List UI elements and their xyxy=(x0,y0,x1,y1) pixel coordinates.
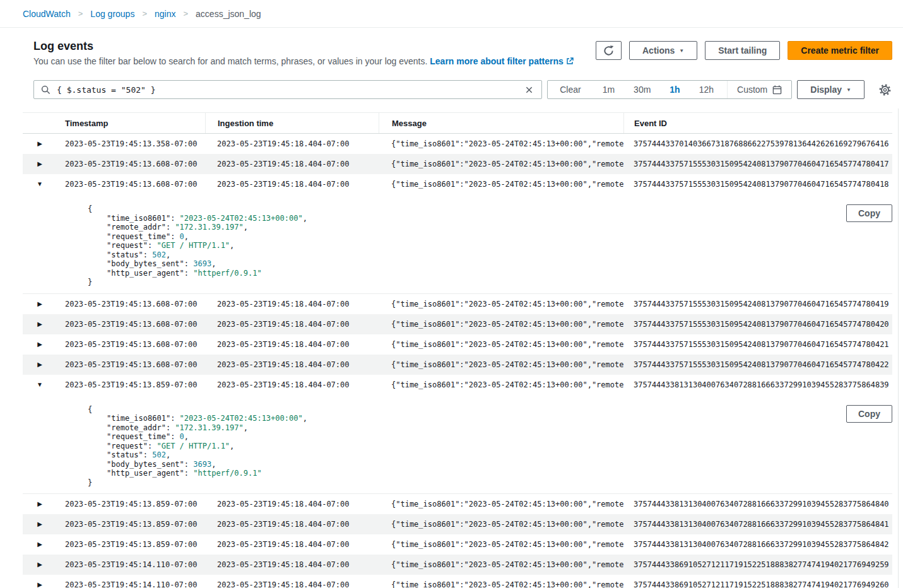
display-button[interactable]: Display ▼ xyxy=(797,80,865,99)
external-link-icon xyxy=(566,57,574,67)
expand-toggle[interactable]: ▶ xyxy=(33,320,46,329)
cell-event-id: 3757444338131304007634072881666337299103… xyxy=(623,540,892,549)
cell-message: {"time_iso8601":"2023-05-24T02:45:13+00:… xyxy=(379,560,623,569)
range-30m[interactable]: 30m xyxy=(624,81,660,98)
cell-ingestion-time: 2023-05-23T19:45:18.404-07:00 xyxy=(205,500,379,509)
cell-timestamp: 2023-05-23T19:45:13.608-07:00 xyxy=(57,360,205,369)
expand-toggle[interactable]: ▶ xyxy=(33,139,46,148)
log-row: ▼ 2023-05-23T19:45:13.608-07:00 2023-05-… xyxy=(23,174,892,194)
expand-toggle[interactable]: ▶ xyxy=(33,540,46,549)
cell-message: {"time_iso8601":"2023-05-24T02:45:13+00:… xyxy=(379,500,623,509)
actions-button-label: Actions xyxy=(642,45,675,56)
refresh-icon xyxy=(603,45,614,56)
cell-event-id: 3757444338691052712117191522518883827747… xyxy=(623,580,892,588)
clear-time-range-button[interactable]: Clear xyxy=(548,81,593,98)
cell-message: {"time_iso8601":"2023-05-24T02:45:13+00:… xyxy=(379,360,623,369)
expand-toggle[interactable]: ▶ xyxy=(33,340,46,349)
cell-ingestion-time: 2023-05-23T19:45:18.404-07:00 xyxy=(205,139,379,148)
clear-filter-button[interactable] xyxy=(524,85,534,95)
expanded-log-detail: {"time_iso8601": "2023-05-24T02:45:13+00… xyxy=(23,395,892,495)
page-description: You can use the filter bar below to sear… xyxy=(33,56,574,67)
breadcrumb-cloudwatch[interactable]: CloudWatch xyxy=(23,9,71,19)
cell-event-id: 3757444337571555303150954240813790770460… xyxy=(623,320,892,329)
create-metric-filter-button[interactable]: Create metric filter xyxy=(788,41,892,60)
log-row: ▶ 2023-05-23T19:45:13.859-07:00 2023-05-… xyxy=(23,514,892,534)
cell-message: {"time_iso8601":"2023-05-24T02:45:13+00:… xyxy=(379,180,623,189)
cell-ingestion-time: 2023-05-23T19:45:18.404-07:00 xyxy=(205,300,379,309)
expand-toggle[interactable]: ▶ xyxy=(33,160,46,168)
cell-message: {"time_iso8601":"2023-05-24T02:45:13+00:… xyxy=(379,580,623,588)
breadcrumb-separator-icon: > xyxy=(142,9,147,18)
actions-button[interactable]: Actions ▼ xyxy=(629,41,697,60)
cell-ingestion-time: 2023-05-23T19:45:18.404-07:00 xyxy=(205,160,379,168)
expand-column-header xyxy=(23,113,57,133)
filter-pattern-input[interactable] xyxy=(56,85,519,95)
cell-ingestion-time: 2023-05-23T19:45:18.404-07:00 xyxy=(205,320,379,329)
cell-event-id: 3757444338131304007634072881666337299103… xyxy=(623,520,892,529)
expand-toggle[interactable]: ▶ xyxy=(33,520,46,529)
log-events-table: Timestamp Ingestion time Message Event I… xyxy=(23,112,892,588)
breadcrumb-separator-icon: > xyxy=(78,9,83,18)
copy-button[interactable]: Copy xyxy=(846,405,892,423)
cell-ingestion-time: 2023-05-23T19:45:18.404-07:00 xyxy=(205,560,379,569)
time-range-selector: Clear 1m 30m 1h 12h Custom xyxy=(547,80,792,99)
log-table-header: Timestamp Ingestion time Message Event I… xyxy=(23,112,892,134)
log-row: ▶ 2023-05-23T19:45:13.608-07:00 2023-05-… xyxy=(23,294,892,314)
range-12h[interactable]: 12h xyxy=(690,81,723,98)
breadcrumb-nginx[interactable]: nginx xyxy=(155,9,175,19)
column-header-message: Message xyxy=(379,113,623,133)
expand-toggle[interactable]: ▶ xyxy=(33,560,46,569)
log-row: ▶ 2023-05-23T19:45:13.859-07:00 2023-05-… xyxy=(23,534,892,555)
expand-toggle[interactable]: ▼ xyxy=(33,180,47,189)
cell-ingestion-time: 2023-05-23T19:45:18.404-07:00 xyxy=(205,380,379,389)
log-row: ▶ 2023-05-23T19:45:13.608-07:00 2023-05-… xyxy=(23,355,892,375)
cell-message: {"time_iso8601":"2023-05-24T02:45:13+00:… xyxy=(379,520,623,529)
cell-ingestion-time: 2023-05-23T19:45:18.404-07:00 xyxy=(205,580,379,588)
range-1h[interactable]: 1h xyxy=(660,81,689,98)
cell-timestamp: 2023-05-23T19:45:13.608-07:00 xyxy=(57,160,205,168)
preferences-button[interactable] xyxy=(878,83,892,97)
scroll-track-line xyxy=(898,109,899,588)
page-header: Log events You can use the filter bar be… xyxy=(23,39,892,67)
expanded-log-detail: {"time_iso8601": "2023-05-24T02:45:13+00… xyxy=(23,194,892,294)
column-header-timestamp: Timestamp xyxy=(57,113,205,133)
cell-message: {"time_iso8601":"2023-05-24T02:45:13+00:… xyxy=(379,380,623,389)
expand-toggle[interactable]: ▶ xyxy=(33,580,46,588)
cell-event-id: 3757444338131304007634072881666337299103… xyxy=(623,500,892,509)
chevron-down-icon: ▼ xyxy=(846,88,851,93)
display-button-label: Display xyxy=(810,85,842,95)
custom-range-button[interactable]: Custom xyxy=(727,81,791,98)
breadcrumb-separator-icon: > xyxy=(183,9,188,18)
cell-message: {"time_iso8601":"2023-05-24T02:45:13+00:… xyxy=(379,320,623,329)
cell-timestamp: 2023-05-23T19:45:13.859-07:00 xyxy=(57,380,205,389)
search-icon xyxy=(41,85,50,95)
json-lines: {"time_iso8601": "2023-05-24T02:45:13+00… xyxy=(88,405,835,488)
learn-more-link[interactable]: Learn more about filter patterns xyxy=(430,56,564,66)
cell-ingestion-time: 2023-05-23T19:45:18.404-07:00 xyxy=(205,340,379,349)
log-row: ▶ 2023-05-23T19:45:13.859-07:00 2023-05-… xyxy=(23,494,892,514)
cell-message: {"time_iso8601":"2023-05-24T02:45:13+00:… xyxy=(379,139,623,148)
log-row: ▶ 2023-05-23T19:45:13.608-07:00 2023-05-… xyxy=(23,154,892,174)
cell-event-id: 3757444337571555303150954240813790770460… xyxy=(623,360,892,369)
chevron-down-icon: ▼ xyxy=(679,49,684,54)
cell-timestamp: 2023-05-23T19:45:13.859-07:00 xyxy=(57,500,205,509)
cell-ingestion-time: 2023-05-23T19:45:18.404-07:00 xyxy=(205,180,379,189)
cell-event-id: 3757444337571555303150954240813790770460… xyxy=(623,180,892,189)
expand-toggle[interactable]: ▶ xyxy=(33,500,46,509)
breadcrumb-log-groups[interactable]: Log groups xyxy=(90,9,134,19)
range-1m[interactable]: 1m xyxy=(593,81,624,98)
refresh-button[interactable] xyxy=(596,41,622,60)
cell-timestamp: 2023-05-23T19:45:13.608-07:00 xyxy=(57,300,205,309)
cell-event-id: 3757444337014036673187688662275397813644… xyxy=(623,139,892,148)
cell-event-id: 3757444337571555303150954240813790770460… xyxy=(623,340,892,349)
copy-button[interactable]: Copy xyxy=(846,204,892,222)
expand-toggle[interactable]: ▶ xyxy=(33,300,46,309)
cell-timestamp: 2023-05-23T19:45:14.110-07:00 xyxy=(57,580,205,588)
log-row: ▼ 2023-05-23T19:45:13.859-07:00 2023-05-… xyxy=(23,375,892,395)
expand-toggle[interactable]: ▼ xyxy=(33,380,47,389)
start-tailing-button[interactable]: Start tailing xyxy=(705,41,780,60)
cell-timestamp: 2023-05-23T19:45:13.358-07:00 xyxy=(57,139,205,148)
cell-ingestion-time: 2023-05-23T19:45:18.404-07:00 xyxy=(205,540,379,549)
expand-toggle[interactable]: ▶ xyxy=(33,360,46,369)
cell-message: {"time_iso8601":"2023-05-24T02:45:13+00:… xyxy=(379,340,623,349)
